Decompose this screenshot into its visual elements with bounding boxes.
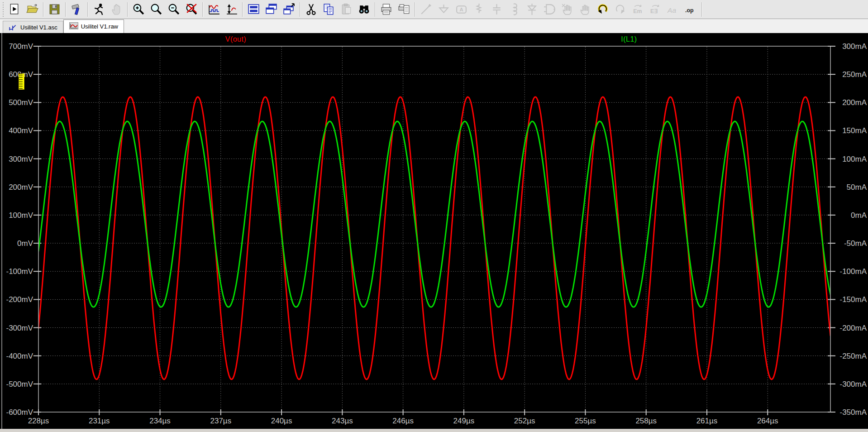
x-tick-label: 252µs	[514, 417, 535, 425]
toolbar-separator	[242, 2, 243, 17]
toolbar-separator	[87, 2, 88, 17]
print-preview-button[interactable]	[396, 1, 412, 18]
y-left-tick-label: -500mV	[6, 380, 33, 389]
plot-settings-button[interactable]	[205, 1, 222, 18]
undo-button[interactable]	[594, 1, 611, 18]
x-tick-label: 249µs	[453, 417, 475, 425]
tile-windows-icon	[247, 3, 260, 16]
y-left-tick-label: -200mV	[6, 295, 33, 304]
arrange-windows-button[interactable]	[281, 1, 297, 18]
toolbar-separator	[300, 2, 300, 17]
redo-icon	[614, 3, 627, 16]
cascade-windows-button[interactable]	[263, 1, 280, 18]
wire-button	[418, 1, 434, 18]
y-right-tick-label: -100mA	[839, 267, 867, 276]
tab-label: Usilitel V1.raw	[81, 23, 118, 30]
tab-usilitel-v1-raw[interactable]: Usilitel V1.raw	[63, 19, 124, 33]
control-panel-icon	[70, 3, 83, 16]
find-button[interactable]	[356, 1, 372, 18]
tab-usilitel-v1-asc[interactable]: Usilitel V1.asc	[3, 21, 63, 33]
trace-v-out-[interactable]	[38, 97, 830, 379]
diode-button	[524, 1, 540, 18]
cascade-windows-icon	[265, 3, 278, 16]
spice-directive-icon: .op	[684, 3, 697, 16]
waveform-pane[interactable]: V(out) I(L1) 700mV600mV500mV400mV300mV20…	[0, 33, 868, 432]
toolbar-separator	[43, 2, 44, 17]
cut-button[interactable]	[303, 1, 320, 18]
y-left-tick-label: 100mV	[9, 211, 33, 220]
toolbar-separator	[415, 2, 415, 17]
y-right-tick-label: -150mA	[839, 295, 867, 304]
y-right-tick-label: 150mA	[842, 126, 867, 135]
rotate-icon: E∃	[649, 3, 662, 16]
zoom-out-button[interactable]	[166, 1, 182, 18]
copy-button[interactable]	[320, 1, 337, 18]
toolbar-grip[interactable]	[2, 2, 5, 17]
y-left-tick-label: -300mV	[6, 324, 33, 332]
inductor-button	[506, 1, 523, 18]
toolbar-separator	[701, 2, 702, 17]
window-bottom-strip	[0, 429, 868, 432]
resistor-button	[471, 1, 487, 18]
zoom-back-icon	[185, 3, 198, 16]
drag-button	[577, 1, 593, 18]
waveform-icon	[69, 22, 78, 31]
rotate-button: E∃	[647, 1, 664, 18]
y-left-tick-label: 500mV	[9, 98, 33, 107]
plot-settings-icon	[207, 3, 220, 16]
trace-i-l1-[interactable]	[38, 121, 830, 307]
tile-windows-button[interactable]	[245, 1, 262, 18]
zoom-extents-button[interactable]	[148, 1, 165, 18]
y-left-tick-label: 700mV	[9, 42, 33, 51]
run-button[interactable]	[91, 1, 107, 18]
axis-ticks	[33, 46, 835, 415]
waveform-plot[interactable]: 700mV600mV500mV400mV300mV200mV100mV0mV-1…	[0, 33, 868, 432]
diode-icon	[525, 3, 539, 16]
y-left-tick-label: 300mV	[9, 155, 33, 163]
ruler-cursor-icon	[19, 73, 24, 90]
save-button[interactable]	[46, 1, 63, 18]
autorange-button[interactable]	[223, 1, 240, 18]
print-preview-icon	[397, 3, 410, 16]
zoom-out-icon	[167, 3, 181, 16]
x-tick-label: 246µs	[392, 417, 414, 425]
tab-label: Usilitel V1.asc	[20, 24, 57, 31]
zoom-in-button[interactable]	[130, 1, 147, 18]
new-schematic-button[interactable]	[6, 1, 23, 18]
svg-text:Em: Em	[633, 8, 642, 14]
y-right-tick-label: -200mA	[839, 324, 867, 332]
redo-button	[612, 1, 629, 18]
open-button[interactable]	[24, 1, 41, 18]
y-left-tick-label: 200mV	[9, 183, 33, 192]
x-tick-label: 255µs	[575, 417, 596, 425]
axis-labels: 700mV600mV500mV400mV300mV200mV100mV0mV-1…	[6, 42, 867, 425]
component-icon	[543, 3, 556, 16]
x-tick-label: 237µs	[210, 417, 231, 425]
save-icon	[48, 3, 61, 16]
y-left-tick-label: -600mV	[6, 408, 33, 417]
y-left-tick-label: 0mV	[17, 239, 33, 248]
halt-button	[108, 1, 125, 18]
x-tick-label: 258µs	[635, 417, 657, 425]
capacitor-icon	[490, 3, 503, 16]
inductor-icon	[508, 3, 521, 16]
y-left-tick-label: -100mV	[6, 267, 33, 276]
toolbar-separator	[375, 2, 376, 17]
x-tick-label: 231µs	[89, 417, 110, 425]
spice-directive-button[interactable]: .op	[682, 1, 699, 18]
y-right-tick-label: -50mA	[844, 239, 867, 248]
ltspice-window: AEmE∃Aa.op Usilitel V1.ascUsilitel V1.ra…	[0, 0, 868, 432]
drag-icon	[578, 3, 591, 16]
paste-icon	[340, 3, 353, 16]
halt-icon	[110, 3, 123, 16]
svg-text:A: A	[459, 7, 463, 12]
resistor-icon	[472, 3, 486, 16]
open-icon	[26, 3, 39, 16]
toolbar-separator	[65, 2, 66, 17]
x-tick-label: 264µs	[757, 417, 778, 425]
ground-icon	[437, 3, 450, 16]
print-icon	[380, 3, 393, 16]
zoom-back-button[interactable]	[183, 1, 200, 18]
control-panel-button[interactable]	[68, 1, 85, 18]
print-button[interactable]	[378, 1, 395, 18]
